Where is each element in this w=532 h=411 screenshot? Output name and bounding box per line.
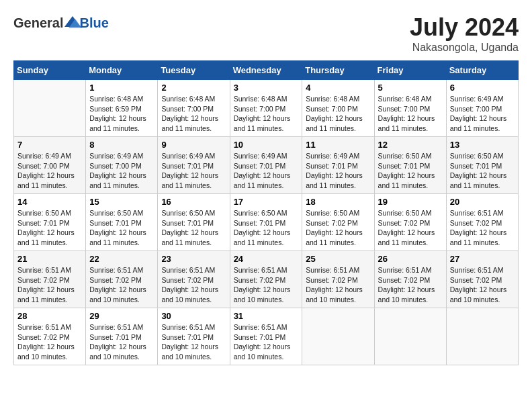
day-number: 31 — [234, 311, 299, 321]
calendar-cell: 15Sunrise: 6:50 AMSunset: 7:01 PMDayligh… — [86, 194, 158, 251]
day-sun-info: Sunrise: 6:51 AMSunset: 7:02 PMDaylight:… — [450, 208, 515, 248]
day-number: 22 — [89, 254, 154, 264]
day-sun-info: Sunrise: 6:49 AMSunset: 7:01 PMDaylight:… — [306, 151, 370, 191]
day-sun-info: Sunrise: 6:48 AMSunset: 7:00 PMDaylight:… — [234, 94, 299, 134]
logo-general: General — [13, 15, 63, 31]
calendar-cell: 2Sunrise: 6:48 AMSunset: 7:00 PMDaylight… — [158, 80, 230, 137]
calendar-cell: 19Sunrise: 6:50 AMSunset: 7:02 PMDayligh… — [374, 194, 446, 251]
calendar-cell: 20Sunrise: 6:51 AMSunset: 7:02 PMDayligh… — [446, 194, 518, 251]
calendar-cell: 25Sunrise: 6:51 AMSunset: 7:02 PMDayligh… — [302, 251, 374, 308]
day-number: 5 — [378, 83, 443, 93]
calendar-cell: 17Sunrise: 6:50 AMSunset: 7:01 PMDayligh… — [230, 194, 302, 251]
day-sun-info: Sunrise: 6:51 AMSunset: 7:02 PMDaylight:… — [17, 322, 82, 362]
day-sun-info: Sunrise: 6:50 AMSunset: 7:01 PMDaylight:… — [234, 208, 299, 248]
calendar-week-2: 7Sunrise: 6:49 AMSunset: 7:00 PMDaylight… — [14, 137, 519, 194]
calendar-cell: 7Sunrise: 6:49 AMSunset: 7:00 PMDaylight… — [14, 137, 86, 194]
calendar-cell: 30Sunrise: 6:51 AMSunset: 7:01 PMDayligh… — [158, 308, 230, 365]
calendar-cell: 31Sunrise: 6:51 AMSunset: 7:01 PMDayligh… — [230, 308, 302, 365]
day-number: 3 — [234, 83, 299, 93]
weekday-header-sunday: Sunday — [14, 61, 86, 80]
day-number: 27 — [450, 254, 515, 264]
day-number: 16 — [161, 197, 226, 207]
day-sun-info: Sunrise: 6:51 AMSunset: 7:02 PMDaylight:… — [89, 265, 154, 305]
calendar-cell: 8Sunrise: 6:49 AMSunset: 7:00 PMDaylight… — [86, 137, 158, 194]
day-sun-info: Sunrise: 6:51 AMSunset: 7:02 PMDaylight:… — [306, 265, 370, 305]
day-sun-info: Sunrise: 6:50 AMSunset: 7:01 PMDaylight:… — [17, 208, 82, 248]
calendar-cell — [374, 308, 446, 365]
calendar-cell: 4Sunrise: 6:48 AMSunset: 7:00 PMDaylight… — [302, 80, 374, 137]
logo-blue: Blue — [79, 15, 108, 31]
calendar-cell: 14Sunrise: 6:50 AMSunset: 7:01 PMDayligh… — [14, 194, 86, 251]
calendar-cell: 6Sunrise: 6:49 AMSunset: 7:00 PMDaylight… — [446, 80, 518, 137]
day-number: 23 — [161, 254, 226, 264]
calendar-cell: 9Sunrise: 6:49 AMSunset: 7:01 PMDaylight… — [158, 137, 230, 194]
weekday-header-saturday: Saturday — [446, 61, 518, 80]
calendar-cell: 11Sunrise: 6:49 AMSunset: 7:01 PMDayligh… — [302, 137, 374, 194]
weekday-header-row: SundayMondayTuesdayWednesdayThursdayFrid… — [14, 61, 519, 80]
calendar-cell: 26Sunrise: 6:51 AMSunset: 7:02 PMDayligh… — [374, 251, 446, 308]
page-header: General Blue July 2024 Nakasongola, Ugan… — [13, 13, 519, 54]
calendar-cell: 16Sunrise: 6:50 AMSunset: 7:01 PMDayligh… — [158, 194, 230, 251]
day-number: 25 — [306, 254, 370, 264]
calendar-cell — [446, 308, 518, 365]
weekday-header-friday: Friday — [374, 61, 446, 80]
day-sun-info: Sunrise: 6:48 AMSunset: 6:59 PMDaylight:… — [89, 94, 154, 134]
calendar-table: SundayMondayTuesdayWednesdayThursdayFrid… — [13, 60, 519, 365]
day-number: 19 — [378, 197, 443, 207]
day-sun-info: Sunrise: 6:50 AMSunset: 7:01 PMDaylight:… — [450, 151, 515, 191]
day-number: 14 — [17, 197, 82, 207]
day-number: 24 — [234, 254, 299, 264]
day-sun-info: Sunrise: 6:48 AMSunset: 7:00 PMDaylight:… — [378, 94, 443, 134]
day-sun-info: Sunrise: 6:48 AMSunset: 7:00 PMDaylight:… — [306, 94, 370, 134]
day-sun-info: Sunrise: 6:51 AMSunset: 7:02 PMDaylight:… — [234, 265, 299, 305]
day-sun-info: Sunrise: 6:49 AMSunset: 7:00 PMDaylight:… — [17, 151, 82, 191]
location-subtitle: Nakasongola, Uganda — [410, 42, 519, 54]
day-number: 18 — [306, 197, 370, 207]
calendar-cell: 12Sunrise: 6:50 AMSunset: 7:01 PMDayligh… — [374, 137, 446, 194]
calendar-week-4: 21Sunrise: 6:51 AMSunset: 7:02 PMDayligh… — [14, 251, 519, 308]
weekday-header-tuesday: Tuesday — [158, 61, 230, 80]
month-year-title: July 2024 — [410, 13, 519, 42]
day-number: 28 — [17, 311, 82, 321]
calendar-cell: 29Sunrise: 6:51 AMSunset: 7:01 PMDayligh… — [86, 308, 158, 365]
day-number: 12 — [378, 140, 443, 150]
logo: General Blue — [13, 13, 109, 32]
day-sun-info: Sunrise: 6:50 AMSunset: 7:01 PMDaylight:… — [89, 208, 154, 248]
day-sun-info: Sunrise: 6:49 AMSunset: 7:00 PMDaylight:… — [450, 94, 515, 134]
calendar-cell: 22Sunrise: 6:51 AMSunset: 7:02 PMDayligh… — [86, 251, 158, 308]
day-sun-info: Sunrise: 6:51 AMSunset: 7:02 PMDaylight:… — [378, 265, 443, 305]
day-number: 29 — [89, 311, 154, 321]
day-sun-info: Sunrise: 6:50 AMSunset: 7:02 PMDaylight:… — [378, 208, 443, 248]
calendar-cell: 24Sunrise: 6:51 AMSunset: 7:02 PMDayligh… — [230, 251, 302, 308]
day-number: 8 — [89, 140, 154, 150]
day-number: 9 — [161, 140, 226, 150]
calendar-week-3: 14Sunrise: 6:50 AMSunset: 7:01 PMDayligh… — [14, 194, 519, 251]
weekday-header-wednesday: Wednesday — [230, 61, 302, 80]
weekday-header-monday: Monday — [86, 61, 158, 80]
day-number: 26 — [378, 254, 443, 264]
day-number: 20 — [450, 197, 515, 207]
day-number: 4 — [306, 83, 370, 93]
day-number: 2 — [161, 83, 226, 93]
calendar-cell: 10Sunrise: 6:49 AMSunset: 7:01 PMDayligh… — [230, 137, 302, 194]
calendar-cell: 28Sunrise: 6:51 AMSunset: 7:02 PMDayligh… — [14, 308, 86, 365]
calendar-cell: 23Sunrise: 6:51 AMSunset: 7:02 PMDayligh… — [158, 251, 230, 308]
calendar-cell: 18Sunrise: 6:50 AMSunset: 7:02 PMDayligh… — [302, 194, 374, 251]
day-sun-info: Sunrise: 6:51 AMSunset: 7:02 PMDaylight:… — [161, 265, 226, 305]
title-block: July 2024 Nakasongola, Uganda — [410, 13, 519, 54]
day-sun-info: Sunrise: 6:51 AMSunset: 7:01 PMDaylight:… — [234, 322, 299, 362]
day-sun-info: Sunrise: 6:51 AMSunset: 7:02 PMDaylight:… — [450, 265, 515, 305]
weekday-header-thursday: Thursday — [302, 61, 374, 80]
calendar-cell: 5Sunrise: 6:48 AMSunset: 7:00 PMDaylight… — [374, 80, 446, 137]
calendar-cell: 21Sunrise: 6:51 AMSunset: 7:02 PMDayligh… — [14, 251, 86, 308]
day-number: 7 — [17, 140, 82, 150]
day-sun-info: Sunrise: 6:49 AMSunset: 7:01 PMDaylight:… — [161, 151, 226, 191]
day-number: 6 — [450, 83, 515, 93]
day-number: 13 — [450, 140, 515, 150]
day-sun-info: Sunrise: 6:49 AMSunset: 7:00 PMDaylight:… — [89, 151, 154, 191]
calendar-week-5: 28Sunrise: 6:51 AMSunset: 7:02 PMDayligh… — [14, 308, 519, 365]
day-sun-info: Sunrise: 6:50 AMSunset: 7:02 PMDaylight:… — [306, 208, 370, 248]
calendar-cell — [302, 308, 374, 365]
day-number: 30 — [161, 311, 226, 321]
calendar-week-1: 1Sunrise: 6:48 AMSunset: 6:59 PMDaylight… — [14, 80, 519, 137]
